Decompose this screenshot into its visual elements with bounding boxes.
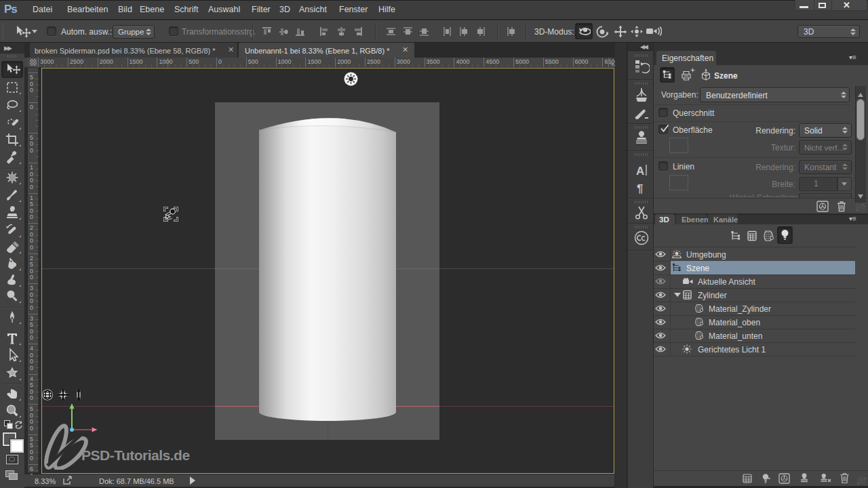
svg-text:¶: ¶ xyxy=(637,182,643,195)
svg-text:A: A xyxy=(636,165,644,178)
